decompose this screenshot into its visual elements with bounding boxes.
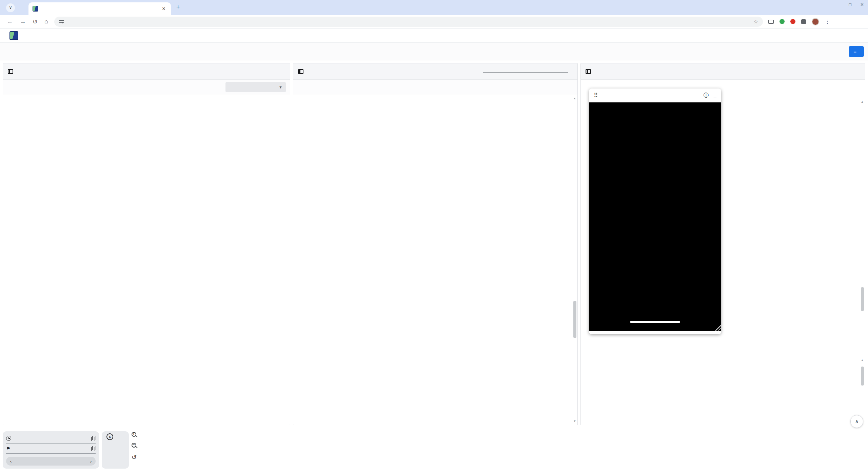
flag-icon: ⚑: [6, 446, 11, 451]
collapse-filter-icon[interactable]: ∧: [106, 433, 113, 440]
minimize-icon[interactable]: _: [714, 94, 716, 97]
timestamp-card: ⚑ ‹ ›: [3, 431, 99, 469]
filter-presets-button[interactable]: ≡: [849, 46, 864, 57]
browser-tab-strip: ∨ ✕ + — □ ✕: [0, 0, 868, 15]
browser-menu-icon[interactable]: ⋮: [825, 19, 830, 25]
browser-tab[interactable]: ✕: [28, 2, 171, 15]
properties-tree-scrollbar[interactable]: [861, 367, 864, 386]
screen-preview: [589, 102, 721, 331]
reset-zoom-icon[interactable]: ↺: [132, 454, 137, 461]
forward-icon[interactable]: →: [20, 18, 26, 25]
timeline-zoom-controls: ↺: [132, 432, 137, 461]
collapse-panel-icon[interactable]: [8, 69, 13, 74]
scroll-right-icon[interactable]: ›: [90, 459, 92, 464]
app-header: [0, 28, 868, 43]
timeline-tracks[interactable]: [142, 431, 864, 471]
gesture-bar: [630, 321, 680, 323]
home-icon[interactable]: ⌂: [44, 18, 48, 25]
displays-select[interactable]: ▼: [225, 82, 286, 92]
resize-handle-icon[interactable]: [715, 324, 721, 331]
bookmark-star-icon[interactable]: ☆: [754, 19, 758, 25]
layers-3d-view[interactable]: [3, 95, 290, 425]
cast-icon[interactable]: [768, 20, 774, 24]
collapse-panel-icon[interactable]: [298, 69, 303, 74]
timeline-scrollbar[interactable]: ‹ ›: [6, 457, 96, 466]
hierarchy-scrollbar[interactable]: [573, 301, 576, 338]
trace-filter-card: ∧: [102, 431, 129, 469]
winscope-app: ∨ ✕ + — □ ✕ ← → ↺ ⌂ ☆ ⋮: [0, 0, 868, 472]
layers-panel: ▼: [3, 63, 290, 425]
properties-tree: [586, 356, 859, 425]
winscope-favicon: [33, 6, 38, 12]
window-maximize-icon[interactable]: □: [849, 2, 851, 7]
chevron-down-icon: ▼: [279, 85, 282, 89]
new-tab-button[interactable]: +: [176, 4, 180, 11]
zoom-in-icon[interactable]: [132, 432, 137, 437]
window-controls: — □ ✕: [835, 2, 864, 7]
transition-overlay-window[interactable]: ⠿ ⓘ _: [589, 88, 721, 334]
scroll-left-icon[interactable]: ‹: [10, 459, 12, 464]
clock-icon: [6, 436, 11, 441]
address-bar[interactable]: ☆: [54, 17, 763, 27]
zoom-out-icon[interactable]: [132, 443, 137, 448]
profile-avatar[interactable]: [812, 18, 819, 25]
hierarchy-search-input[interactable]: [483, 70, 568, 73]
collapse-timeline-button[interactable]: ∧: [850, 415, 863, 428]
extensions-puzzle-icon[interactable]: [801, 19, 806, 24]
scroll-up-icon[interactable]: ▲: [860, 100, 864, 103]
hierarchy-tree: [293, 95, 577, 425]
browser-extension-icons: ⋮: [768, 18, 830, 25]
scroll-up-icon[interactable]: ▲: [860, 358, 864, 362]
scroll-up-icon[interactable]: ▲: [573, 97, 577, 100]
window-close-icon[interactable]: ✕: [860, 2, 864, 7]
trace-tab-bar: ≡: [0, 43, 868, 60]
site-settings-icon[interactable]: [59, 20, 64, 23]
reload-icon[interactable]: ↺: [33, 18, 38, 25]
tab-close-icon[interactable]: ✕: [161, 6, 167, 11]
collapse-panel-icon[interactable]: [586, 69, 591, 74]
copy-icon[interactable]: [91, 446, 96, 451]
browser-toolbar: ← → ↺ ⌂ ☆ ⋮: [0, 15, 868, 28]
drag-handle-icon[interactable]: ⠿: [594, 92, 598, 99]
copy-icon[interactable]: [91, 436, 96, 441]
back-icon[interactable]: ←: [7, 18, 13, 25]
scroll-down-icon[interactable]: ▼: [573, 419, 577, 423]
tab-search-icon[interactable]: ∨: [6, 3, 15, 12]
winscope-logo: [9, 31, 18, 40]
window-minimize-icon[interactable]: —: [835, 2, 840, 7]
timeline-bar: ∧ ⚑ ‹ › ∧: [0, 427, 868, 472]
hierarchy-panel: ▲ ▼: [293, 63, 578, 425]
extension-green-icon[interactable]: [780, 19, 785, 24]
properties-scrollbar[interactable]: [861, 287, 864, 311]
filter-list-icon: ≡: [853, 49, 856, 55]
extension-red-icon[interactable]: [790, 19, 795, 24]
info-icon[interactable]: ⓘ: [704, 92, 709, 99]
